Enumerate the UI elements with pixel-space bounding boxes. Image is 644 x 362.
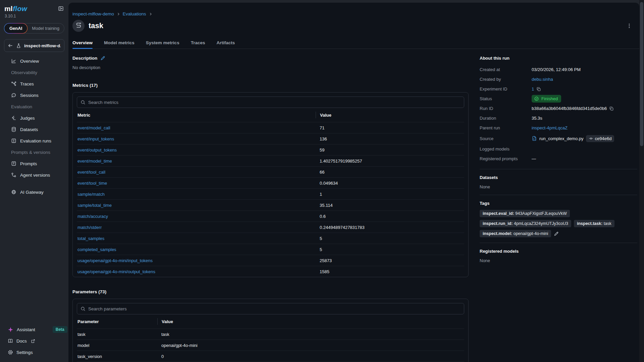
about-row-created-by: Created by debu.sinha <box>480 74 637 84</box>
tab-system-metrics[interactable]: System metrics <box>146 40 179 49</box>
sidebar-section-evaluation: Evaluation <box>0 101 68 112</box>
sidebar-item-datasets[interactable]: Datasets <box>0 124 68 135</box>
sidebar-item-agent-versions[interactable]: Agent versions <box>0 169 68 181</box>
metric-link[interactable]: event/tool_time <box>77 181 107 186</box>
breadcrumb-evaluations-link[interactable]: Evaluations <box>123 11 146 16</box>
assistant-button[interactable]: Assistant Beta <box>8 324 64 335</box>
scrollbar-track[interactable] <box>639 0 644 362</box>
search-metrics-input[interactable]: Search metrics <box>77 97 464 108</box>
commit-chip[interactable]: ce94e6d <box>586 135 614 142</box>
check-circle-icon <box>534 96 539 101</box>
toggle-genai[interactable]: GenAI <box>4 23 28 34</box>
search-parameters-input[interactable]: Search parameters <box>77 303 464 314</box>
metrics-table-header: Metric Value <box>77 108 464 122</box>
docs-link[interactable]: Docs <box>8 335 64 347</box>
copy-icon[interactable] <box>536 87 541 92</box>
parameters-table-header: Parameter Value <box>77 314 464 328</box>
experiment-id-link[interactable]: 1 <box>532 86 534 92</box>
collapse-sidebar-icon[interactable] <box>58 6 64 11</box>
breadcrumb-chevron-icon <box>149 12 153 16</box>
table-row: event/tool_time0.049634 <box>77 177 464 188</box>
about-row-source: Source run_complex_demo.py ce94e6d <box>480 133 637 144</box>
beta-badge: Beta <box>53 326 67 333</box>
parameters-card: Search parameters Parameter Value taskta… <box>72 299 469 362</box>
table-row: completed_samples5 <box>77 244 464 255</box>
about-row-duration: Duration 35.3s <box>480 113 637 123</box>
traces-icon <box>11 81 16 86</box>
metric-link[interactable]: sample/match <box>77 192 105 197</box>
table-row: tasktask <box>77 328 464 340</box>
mlflow-logo[interactable]: mlflow <box>4 5 27 13</box>
tag-chip: inspect.run_id4pmLqcaZ324ymUTJy3coU3 <box>480 220 571 227</box>
metric-link[interactable]: event/input_tokens <box>77 136 114 141</box>
sidebar-item-evaluation-runs[interactable]: Evaluation runs <box>0 135 68 146</box>
sidebar-section-observability: Observability <box>0 67 68 78</box>
metric-link[interactable]: event/output_tokens <box>77 147 117 153</box>
metric-link[interactable]: match/stderr <box>77 225 102 230</box>
parent-run-link[interactable]: inspect-4pmLqcaZ <box>532 125 568 130</box>
sidebar-item-traces[interactable]: Traces <box>0 78 68 89</box>
table-row: event/model_time1.4027517919985257 <box>77 155 464 166</box>
about-section-title: About this run <box>480 56 637 61</box>
tab-model-metrics[interactable]: Model metrics <box>104 40 135 49</box>
sidebar-item-ai-gateway[interactable]: AI Gateway <box>0 186 68 198</box>
created-by-link[interactable]: debu.sinha <box>532 77 553 82</box>
table-row: match/stderr0.24494897427831783 <box>77 222 464 233</box>
experiment-flask-icon <box>16 43 21 48</box>
chart-line-icon <box>11 58 16 64</box>
experiment-selector[interactable]: inspect-mlflow-d... <box>4 39 64 52</box>
edit-description-icon[interactable] <box>100 56 105 61</box>
copy-icon[interactable] <box>609 106 614 111</box>
divider <box>480 195 637 195</box>
tab-overview[interactable]: Overview <box>72 40 93 49</box>
metrics-card: Search metrics Metric Value event/model_… <box>72 92 469 277</box>
sidebar-item-prompts[interactable]: Prompts <box>0 158 68 169</box>
run-id-value: b38a66a3b6044fb3846fdd341d5de0b6 <box>532 106 607 111</box>
metric-link[interactable]: match/accuracy <box>77 214 108 219</box>
sidebar-item-overview[interactable]: Overview <box>0 55 68 67</box>
scrollbar-thumb[interactable] <box>640 2 643 146</box>
metric-link[interactable]: usage/openai/gpt-4o-mini/output_tokens <box>77 269 155 274</box>
metrics-section-title: Metrics (17) <box>72 83 469 88</box>
tab-traces[interactable]: Traces <box>191 40 205 49</box>
settings-button[interactable]: Settings <box>8 347 64 358</box>
registered-models-section-title: Registered models <box>480 249 637 254</box>
table-row: event/input_tokens136 <box>77 133 464 144</box>
kebab-menu-icon[interactable] <box>625 22 633 30</box>
back-arrow-icon[interactable] <box>8 43 13 48</box>
breadcrumb-experiment-link[interactable]: inspect-mlflow-demo <box>72 11 114 16</box>
about-row-experiment-id: Experiment ID 1 <box>480 84 637 94</box>
about-row-run-id: Run ID b38a66a3b6044fb3846fdd341d5de0b6 <box>480 104 637 113</box>
mode-toggle: GenAI Model training <box>4 23 64 34</box>
description-value: No description <box>72 65 469 70</box>
description-title: Description <box>72 56 97 61</box>
table-row: sample/total_time35.114 <box>77 199 464 210</box>
about-row-parent-run: Parent run inspect-4pmLqcaZ <box>480 123 637 133</box>
tab-bar: Overview Model metrics System metrics Tr… <box>72 40 639 49</box>
tags-list: inspect.eval_id943AapFXigstFJLeqouVkW in… <box>480 210 637 237</box>
tab-artifacts[interactable]: Artifacts <box>216 40 235 49</box>
gavel-icon <box>11 115 16 121</box>
divider <box>480 243 637 243</box>
chat-bubble-icon <box>11 93 16 98</box>
sidebar-item-judges[interactable]: Judges <box>0 112 68 124</box>
status-badge: Finished <box>532 95 561 103</box>
source-file-name[interactable]: run_complex_demo.py <box>539 136 584 141</box>
metric-link[interactable]: sample/total_time <box>77 203 112 208</box>
gateway-icon <box>11 189 16 195</box>
metric-link[interactable]: event/tool_call <box>77 170 105 175</box>
commit-icon <box>589 136 593 141</box>
tag-chip: inspect.tasktask <box>574 220 614 227</box>
metric-link[interactable]: usage/openai/gpt-4o-mini/input_tokens <box>77 258 153 263</box>
edit-tags-icon[interactable] <box>554 231 559 236</box>
metric-link[interactable]: total_samples <box>77 236 104 241</box>
table-row: event/output_tokens59 <box>77 144 464 155</box>
sidebar-item-sessions[interactable]: Sessions <box>0 89 68 101</box>
metric-link[interactable]: event/model_time <box>77 159 112 164</box>
tag-chip: inspect.modelopenai/gpt-4o-mini <box>480 230 551 237</box>
datasets-section-title: Datasets <box>480 175 637 180</box>
toggle-model-training[interactable]: Model training <box>27 26 64 31</box>
metric-link[interactable]: event/model_call <box>77 125 110 130</box>
gear-icon <box>8 350 13 355</box>
metric-link[interactable]: completed_samples <box>77 247 116 252</box>
